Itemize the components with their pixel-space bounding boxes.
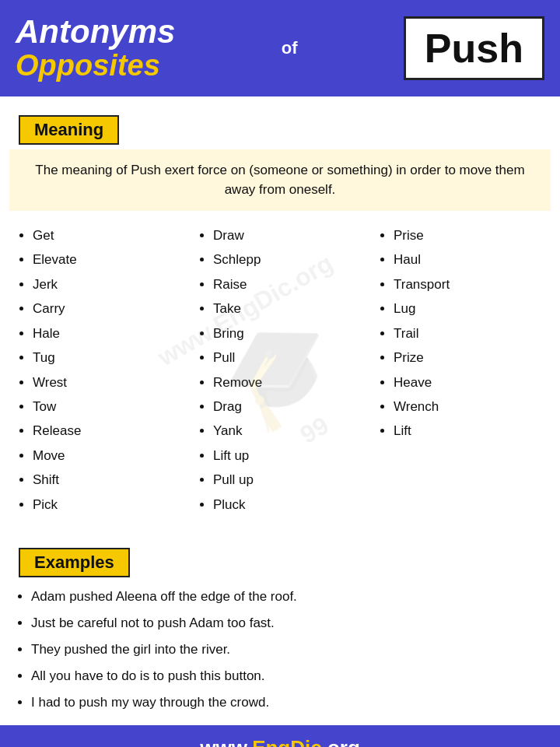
examples-section: Adam pushed Aleena off the edge of the r…	[9, 584, 551, 716]
list-item: Tug	[33, 345, 187, 370]
meaning-box: The meaning of Push exert force on (some…	[9, 149, 551, 211]
list-item: Yank	[213, 419, 367, 443]
examples-label-bar: Examples	[19, 548, 130, 577]
list-item: Wrest	[33, 370, 187, 395]
meaning-text: The meaning of Push exert force on (some…	[23, 160, 537, 200]
list-item: Carry	[33, 296, 187, 321]
header: Antonyms Opposites of Push	[0, 0, 560, 96]
list-item: Elevate	[33, 247, 187, 272]
words-section: www.EngDic.org 🎓 99 GetElevateJerkCarryH…	[9, 219, 551, 521]
example-item: I had to push my way through the crowd.	[31, 689, 551, 716]
list-item: Hale	[33, 321, 187, 345]
list-item: Drag	[213, 395, 367, 419]
list-item: Lift up	[213, 444, 367, 468]
footer: www.EngDic.org	[0, 725, 560, 747]
examples-label-wrapper: Examples	[9, 538, 130, 577]
list-item: Heave	[394, 370, 548, 395]
list-item: Shift	[33, 468, 187, 492]
opposites-title: Opposites	[16, 50, 175, 82]
examples-label: Examples	[34, 552, 114, 572]
list-item: Release	[33, 419, 187, 443]
list-item: Draw	[213, 223, 367, 247]
list-item: Haul	[394, 247, 548, 272]
example-item: Adam pushed Aleena off the edge of the r…	[31, 584, 551, 610]
list-item: Pull	[213, 345, 367, 370]
list-item: Schlepp	[213, 247, 367, 272]
list-item: Tow	[33, 395, 187, 419]
list-item: Lift	[394, 419, 548, 443]
list-item: Transport	[394, 272, 548, 296]
list-item: Pull up	[213, 468, 367, 492]
list-item: Prise	[394, 223, 548, 247]
list-item: Get	[33, 223, 187, 247]
words-list-3: PriseHaulTransportLugTrailPrizeHeaveWren…	[378, 223, 548, 444]
of-label: of	[282, 38, 298, 58]
meaning-label-bar: Meaning	[19, 115, 119, 145]
words-list-2: DrawSchleppRaiseTakeBringPullRemoveDragY…	[198, 223, 367, 517]
footer-text: www.EngDic.org	[200, 736, 360, 747]
list-item: Raise	[213, 272, 367, 296]
header-left: Antonyms Opposites	[16, 14, 175, 82]
words-col-1: GetElevateJerkCarryHaleTugWrestTowReleas…	[9, 219, 190, 521]
list-item: Bring	[213, 321, 367, 345]
footer-plain: www.	[200, 736, 252, 747]
list-item: Lug	[394, 296, 548, 321]
meaning-label-wrapper: Meaning	[9, 106, 119, 145]
word-box: Push	[404, 16, 544, 80]
example-item: Just be careful not to push Adam too fas…	[31, 610, 551, 637]
words-col-3: PriseHaulTransportLugTrailPrizeHeaveWren…	[370, 219, 551, 521]
list-item: Trail	[394, 321, 548, 345]
example-item: All you have to do is to push this butto…	[31, 663, 551, 689]
examples-list: Adam pushed Aleena off the edge of the r…	[9, 584, 551, 716]
words-col-2: DrawSchleppRaiseTakeBringPullRemoveDragY…	[190, 219, 370, 521]
list-item: Move	[33, 444, 187, 468]
list-item: Pluck	[213, 493, 367, 517]
antonyms-title: Antonyms	[16, 14, 175, 50]
list-item: Jerk	[33, 272, 187, 296]
meaning-label: Meaning	[34, 120, 103, 139]
footer-highlight: EngDic	[252, 736, 322, 747]
words-list-1: GetElevateJerkCarryHaleTugWrestTowReleas…	[17, 223, 187, 517]
main-word: Push	[425, 25, 523, 72]
example-item: They pushed the girl into the river.	[31, 637, 551, 663]
list-item: Prize	[394, 345, 548, 370]
list-item: Wrench	[394, 395, 548, 419]
words-grid: GetElevateJerkCarryHaleTugWrestTowReleas…	[9, 219, 551, 521]
list-item: Take	[213, 296, 367, 321]
list-item: Remove	[213, 370, 367, 395]
footer-end: .org	[322, 736, 360, 747]
list-item: Pick	[33, 493, 187, 517]
